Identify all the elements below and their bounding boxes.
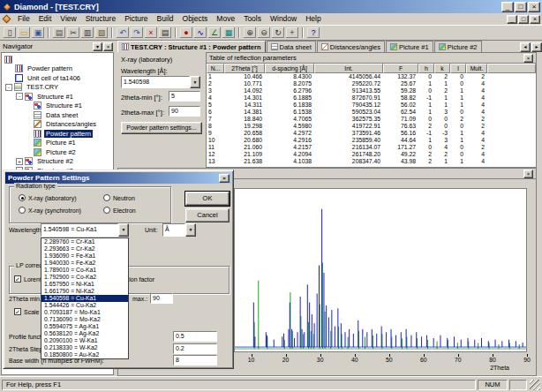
structure-tool-icon[interactable]: ● [179, 26, 193, 39]
tree-item-root[interactable] [4, 55, 113, 64]
wavelength-option-w-ka2[interactable]: 0.2138330 = W-Ka2 [41, 344, 128, 351]
profile-function-input[interactable]: 0.5 [173, 331, 217, 342]
tab-scroll-right-icon[interactable]: ▸ [531, 42, 542, 52]
menu-move[interactable]: Move [212, 13, 239, 25]
close-icon[interactable]: × [219, 174, 230, 183]
wavelength-option-co-ka2[interactable]: 1.792900 = Co-Ka2 [41, 274, 128, 281]
radio-electron[interactable]: Electron [103, 207, 136, 214]
reflection-row-8[interactable]: 819.2984.5980419722.9176.632002 [207, 123, 536, 130]
checkbox-icon[interactable]: ✓ [14, 308, 21, 315]
expander-plus-icon[interactable]: + [16, 158, 23, 165]
chevron-down-icon[interactable]: ▼ [118, 223, 129, 237]
close-icon[interactable]: × [523, 54, 533, 63]
resize-grip[interactable] [530, 380, 540, 390]
wavelength-option-fe-ka1[interactable]: 1.936090 = Fe-Ka1 [41, 253, 128, 260]
powder-pattern-tool-icon[interactable]: ∿ [193, 26, 207, 39]
tree-item-picture-1[interactable]: Picture #1 [34, 139, 113, 148]
redo-icon[interactable]: ↷ [130, 26, 144, 39]
tree-item-data-sheet[interactable]: Data sheet [34, 110, 113, 120]
cut-icon[interactable]: ✂ [66, 26, 80, 39]
tab-scroll-left-icon[interactable]: ◂ [520, 42, 531, 52]
wavelength-option-ag-ka2[interactable]: 0.5638120 = Ag-Ka2 [41, 330, 128, 337]
menu-picture[interactable]: Picture [120, 13, 152, 25]
reflection-row-5[interactable]: 514.3116.1838790435.1256.021114 [207, 102, 536, 109]
properties-icon[interactable]: ▤ [158, 26, 172, 39]
save-icon[interactable]: ▣ [31, 26, 45, 39]
tree-item-powder-pattern[interactable]: Powder pattern [34, 129, 113, 139]
powder-pattern-settings-button[interactable]: Powder pattern settings... [121, 122, 202, 134]
radio-x-ray-synchrotron[interactable]: X-ray (synchrotron) [19, 207, 81, 214]
paste-icon[interactable]: ▧ [94, 26, 109, 39]
open-folder-icon[interactable]: ▭ [17, 26, 31, 39]
chevron-down-icon[interactable]: ▼ [185, 223, 196, 237]
undo-icon[interactable]: ↶ [116, 26, 130, 39]
close-icon[interactable]: × [523, 170, 533, 178]
menu-file[interactable]: File [13, 13, 34, 25]
base-width-input[interactable]: 8 [173, 355, 217, 366]
menu-view[interactable]: View [56, 13, 80, 25]
picture-tool-icon[interactable]: ▦ [222, 26, 236, 39]
minimize-button-icon[interactable]: _ [501, 2, 514, 12]
wavelength-option-au-ka2[interactable]: 0.1850800 = Au-Ka2 [41, 351, 128, 358]
mdi-restore-button-icon[interactable]: □ [518, 15, 529, 24]
rotate-icon[interactable]: ↻ [271, 26, 285, 39]
print-icon[interactable]: ▤ [52, 26, 66, 39]
tab-test-cry-structure-1-powder-pattern[interactable]: TEST.CRY : Structure #1 : Powder pattern [117, 41, 266, 52]
tree-item-distances-angles[interactable]: Distances/angles [34, 120, 113, 130]
column-header-2theta[interactable]: 2Theta [°] [224, 64, 265, 73]
menu-window[interactable]: Window [266, 13, 301, 25]
reflection-row-6[interactable]: 614.3816.1538590523.0462.541304 [207, 109, 536, 116]
wavelength-option-w-ka1[interactable]: 0.2090100 = W-Ka1 [41, 337, 128, 344]
tree-item-powder-pattern[interactable]: Powder pattern [15, 64, 113, 74]
ttheta-max-input[interactable]: 90 [150, 293, 173, 304]
reflection-row-13[interactable]: 1321.6384.1038208347.4043.982114 [207, 158, 536, 165]
reflection-row-2[interactable]: 210.7718.2075295220.7225.671104 [207, 80, 536, 87]
copy-icon[interactable]: ▥ [80, 26, 94, 39]
wavelength-option-co-ka1[interactable]: 1.789010 = Co-Ka1 [41, 267, 128, 274]
chevron-down-icon[interactable]: ▼ [190, 76, 200, 88]
wavelength-option-cu-ka2[interactable]: 1.544426 = Cu-Ka2 [41, 302, 128, 309]
menu-tools[interactable]: Tools [239, 13, 266, 25]
zoom-out-icon[interactable]: ⊖ [257, 26, 271, 39]
tab-picture-2[interactable]: Picture #2 [434, 41, 482, 52]
wavelength-option-fe-ka2[interactable]: 1.940030 = Fe-Ka2 [41, 260, 128, 267]
tree-item-structure-1[interactable]: -Structure #1 [16, 92, 113, 102]
navigator-menu-icon[interactable]: ▾ [93, 42, 102, 51]
wavelength-option-ni-ka2[interactable]: 1.661790 = Ni-Ka2 [41, 288, 128, 295]
menu-structure[interactable]: Structure [81, 13, 121, 25]
column-header-h[interactable]: h [418, 64, 434, 73]
checkbox-icon[interactable]: ✓ [14, 275, 21, 283]
unit-combobox[interactable]: Å ▼ [162, 223, 196, 237]
tab-distances-angles[interactable]: Distances/angles [317, 41, 385, 52]
distances-tool-icon[interactable]: ∠ [207, 26, 222, 39]
column-header-f[interactable]: F [383, 64, 418, 73]
reflection-row-10[interactable]: 1020.6804.2916235859.4044.641314 [207, 137, 536, 144]
tree-item-picture-2[interactable]: Picture #2 [34, 147, 113, 157]
new-document-icon[interactable]: ▯ [3, 26, 17, 39]
wavelength-option-ni-ka1[interactable]: 1.657950 = Ni-Ka1 [41, 281, 128, 288]
ttheta-min-input[interactable]: 5 [169, 91, 200, 102]
radio-neutron[interactable]: Neutron [103, 194, 135, 201]
menu-objects[interactable]: Objects [178, 13, 213, 25]
help-icon[interactable]: ? [306, 26, 320, 39]
column-header-k[interactable]: k [434, 64, 450, 73]
reflection-row-7[interactable]: 718.8404.7065362575.3571.090022 [207, 116, 536, 123]
tree-item-structure-1[interactable]: Structure #1 [34, 102, 113, 111]
zoom-in-icon[interactable]: ⊕ [243, 26, 257, 39]
wavelength-option-mo-ka1[interactable]: 0.7093187 = Mo-Ka1 [41, 309, 128, 316]
mdi-close-button-icon[interactable]: × [530, 15, 540, 24]
tab-data-sheet[interactable]: Data sheet [267, 41, 316, 52]
menu-edit[interactable]: Edit [34, 13, 56, 25]
column-header-int[interactable]: Int. [314, 64, 383, 73]
column-header-mult[interactable]: Mult. [466, 64, 487, 73]
tree-item-test-cry[interactable]: -TEST.CRY [5, 83, 113, 93]
ttheta-max-input[interactable]: 90 [169, 106, 200, 117]
menu-help[interactable]: Help [301, 13, 325, 25]
column-header-l[interactable]: l [450, 64, 466, 73]
expander-minus-icon[interactable]: - [5, 84, 12, 91]
ok-button[interactable]: OK [185, 192, 230, 206]
tree-item-structure-2[interactable]: +Structure #2 [16, 157, 113, 167]
reflection-row-12[interactable]: 1221.1094.2094261748.2049.222204 [207, 151, 536, 158]
close-button-icon[interactable]: × [528, 2, 540, 12]
tab-picture-1[interactable]: Picture #1 [386, 41, 433, 52]
